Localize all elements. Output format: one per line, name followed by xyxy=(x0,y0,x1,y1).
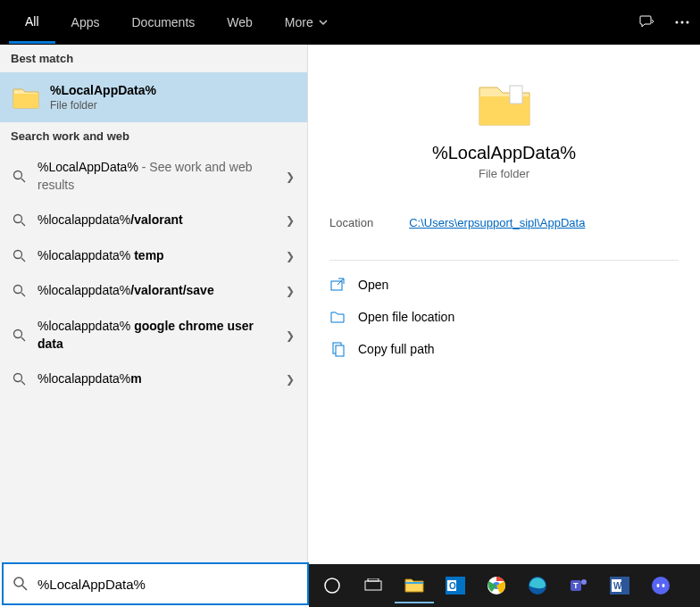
svg-point-13 xyxy=(14,578,23,586)
more-icon[interactable] xyxy=(673,13,691,31)
svg-text:O: O xyxy=(449,581,456,591)
svg-rect-12 xyxy=(336,345,344,356)
svg-point-6 xyxy=(14,286,22,294)
suggestion-item[interactable]: %localappdata%/valorant ❯ xyxy=(0,203,307,238)
action-open-location[interactable]: Open file location xyxy=(329,309,679,325)
search-icon xyxy=(12,328,27,343)
search-icon xyxy=(12,284,27,298)
tab-all[interactable]: All xyxy=(9,2,55,44)
word-icon[interactable]: W xyxy=(600,568,639,603)
tab-more[interactable]: More xyxy=(269,2,344,44)
search-header: All Apps Documents Web More xyxy=(0,0,700,45)
results-panel: Best match %LocalAppData% File folder Se… xyxy=(0,45,307,562)
svg-rect-9 xyxy=(510,86,522,104)
search-icon xyxy=(12,372,27,387)
svg-point-26 xyxy=(581,579,587,585)
folder-open-icon xyxy=(329,309,346,325)
cortana-icon[interactable] xyxy=(312,568,352,603)
outlook-icon[interactable]: O xyxy=(436,568,475,603)
svg-point-3 xyxy=(14,170,22,179)
folder-icon xyxy=(478,80,531,127)
preview-panel: %LocalAppData% File folder Location C:\U… xyxy=(307,45,700,562)
svg-point-1 xyxy=(681,21,684,24)
chevron-down-icon xyxy=(319,18,328,27)
action-open[interactable]: Open xyxy=(329,277,679,293)
edge-icon[interactable] xyxy=(518,568,557,603)
svg-point-8 xyxy=(14,373,22,381)
svg-point-2 xyxy=(687,21,689,24)
location-label: Location xyxy=(329,216,373,229)
suggestion-item[interactable]: %localappdata% temp ❯ xyxy=(0,238,307,274)
svg-point-7 xyxy=(14,329,22,337)
chevron-right-icon: ❯ xyxy=(286,329,295,342)
search-tabs: All Apps Documents Web More xyxy=(9,2,344,44)
search-input[interactable] xyxy=(38,577,298,592)
suggestion-item[interactable]: %localappdata% google chrome user data ❯ xyxy=(0,309,307,362)
svg-point-30 xyxy=(652,577,670,595)
svg-rect-16 xyxy=(368,578,379,581)
suggestion-text: %LocalAppData% - See work and web result… xyxy=(38,159,275,194)
svg-point-4 xyxy=(14,214,22,222)
svg-point-0 xyxy=(676,21,679,24)
action-label: Open file location xyxy=(358,310,454,324)
teams-icon[interactable]: T xyxy=(559,568,598,603)
preview-title: %LocalAppData% xyxy=(329,143,679,163)
svg-point-5 xyxy=(14,250,22,258)
search-bar[interactable] xyxy=(2,562,309,605)
tab-documents[interactable]: Documents xyxy=(115,2,211,44)
svg-point-14 xyxy=(325,578,339,593)
search-icon xyxy=(12,576,29,592)
svg-text:W: W xyxy=(613,581,622,591)
chevron-right-icon: ❯ xyxy=(286,373,295,386)
copy-icon xyxy=(329,341,346,357)
search-icon xyxy=(12,213,27,228)
web-header: Search work and web xyxy=(0,122,307,150)
suggestion-item[interactable]: %localappdata%m ❯ xyxy=(0,362,307,397)
open-icon xyxy=(329,277,346,293)
tab-more-label: More xyxy=(285,15,313,29)
action-copy-path[interactable]: Copy full path xyxy=(329,341,679,357)
chevron-right-icon: ❯ xyxy=(286,250,295,262)
location-row: Location C:\Users\erpsupport_sipl\AppDat… xyxy=(329,216,679,229)
best-match-header: Best match xyxy=(0,45,307,72)
chevron-right-icon: ❯ xyxy=(286,285,295,297)
preview-sub: File folder xyxy=(329,167,679,180)
chrome-icon[interactable] xyxy=(477,568,516,603)
taskview-icon[interactable] xyxy=(354,568,393,603)
header-right xyxy=(638,13,691,31)
best-match-item[interactable]: %LocalAppData% File folder xyxy=(0,72,307,122)
search-icon xyxy=(12,170,27,184)
search-icon xyxy=(12,249,27,263)
best-match-title: %LocalAppData% xyxy=(50,83,156,97)
suggestion-item[interactable]: %LocalAppData% - See work and web result… xyxy=(0,150,307,203)
folder-icon xyxy=(12,86,39,109)
suggestion-text: %localappdata% temp xyxy=(38,247,275,265)
svg-rect-15 xyxy=(365,581,381,590)
action-label: Copy full path xyxy=(358,342,435,356)
suggestion-text: %localappdata% google chrome user data xyxy=(38,318,275,353)
location-link[interactable]: C:\Users\erpsupport_sipl\AppData xyxy=(409,216,585,229)
svg-rect-17 xyxy=(405,582,423,584)
tab-apps[interactable]: Apps xyxy=(55,2,116,44)
feedback-icon[interactable] xyxy=(638,13,655,31)
suggestion-text: %localappdata%/valorant/save xyxy=(38,282,275,300)
action-label: Open xyxy=(358,278,388,292)
svg-text:T: T xyxy=(573,581,579,590)
suggestion-item[interactable]: %localappdata%/valorant/save ❯ xyxy=(0,273,307,309)
actions-list: Open Open file location Copy full path xyxy=(329,260,679,357)
tab-web[interactable]: Web xyxy=(211,2,269,44)
chevron-right-icon: ❯ xyxy=(286,214,295,227)
suggestion-text: %localappdata%m xyxy=(38,370,275,388)
svg-point-32 xyxy=(662,584,665,587)
taskbar: O T W xyxy=(309,564,700,607)
discord-icon[interactable] xyxy=(641,568,680,603)
chevron-right-icon: ❯ xyxy=(286,170,295,183)
best-match-sub: File folder xyxy=(50,99,156,112)
suggestion-text: %localappdata%/valorant xyxy=(38,212,275,229)
explorer-icon[interactable] xyxy=(395,568,434,603)
svg-point-31 xyxy=(657,584,660,587)
